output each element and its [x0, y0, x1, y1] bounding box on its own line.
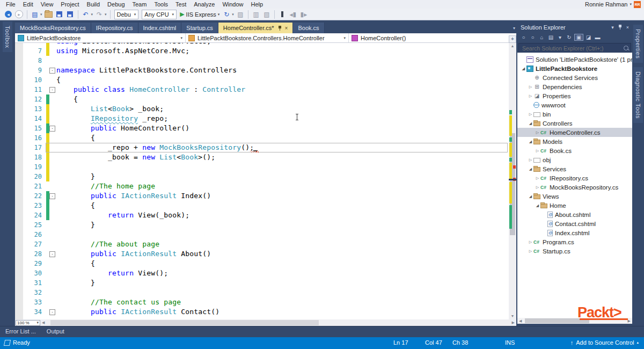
menu-help[interactable]: Help	[247, 0, 267, 9]
fold-collapse-icon[interactable]: -	[49, 193, 55, 199]
expanded-arrow-icon[interactable]: ◢	[528, 167, 533, 171]
bookmark-prev-icon[interactable]: ◂▮	[288, 10, 298, 19]
tree-item-controllers[interactable]: ◢Controllers	[517, 119, 632, 128]
chevron-down-icon[interactable]: ▾	[105, 12, 107, 17]
tab-index-cshtml[interactable]: Index.cshtml	[138, 23, 182, 33]
chevron-down-icon[interactable]: ▾	[40, 12, 42, 17]
close-icon[interactable]: ×	[285, 25, 288, 31]
tree-item-book-cs[interactable]: ▷C#Book.cs	[517, 146, 632, 155]
scroll-down-icon[interactable]: ▼	[509, 313, 516, 319]
fold-collapse-icon[interactable]: -	[49, 126, 55, 132]
breadcrumb-type-dropdown[interactable]: LittlePacktBookstore.Controllers.HomeCon…	[186, 33, 349, 42]
editor-horizontal-scrollbar[interactable]	[46, 319, 510, 326]
fold-collapse-icon[interactable]: -	[49, 251, 55, 257]
tree-item-mockbooksrepository-cs[interactable]: ▷C#MockBooksRepository.cs	[517, 183, 632, 192]
tree-item-views[interactable]: ◢Views	[517, 192, 632, 201]
tab-toolbox[interactable]: Toolbox	[3, 21, 12, 52]
bookmark-icon[interactable]	[277, 10, 287, 19]
menu-tools[interactable]: Tools	[150, 0, 172, 9]
navigate-forward-icon[interactable]: ○	[529, 34, 537, 40]
tree-item-models[interactable]: ◢Models	[517, 137, 632, 146]
collapsed-arrow-icon[interactable]: ▷	[528, 240, 533, 244]
sync-with-active-document-icon[interactable]: ▣	[574, 34, 583, 41]
split-editor-button[interactable]: +	[509, 35, 516, 43]
build-icon[interactable]: ▥	[251, 10, 261, 19]
tab-diagnostic-tools[interactable]: Diagnostic Tools	[633, 67, 643, 123]
collapse-all-icon[interactable]: ↻	[565, 34, 573, 40]
menu-build[interactable]: Build	[83, 0, 104, 9]
expanded-arrow-icon[interactable]: ◢	[528, 140, 533, 144]
expanded-arrow-icon[interactable]: ◢	[528, 194, 533, 199]
breadcrumb-project-dropdown[interactable]: LittlePacktBookstore ▾	[15, 33, 186, 42]
tab-properties[interactable]: Properties	[633, 25, 643, 63]
tree-item-properties[interactable]: ▷◪Properties	[517, 91, 632, 100]
tab-book-cs[interactable]: Book.cs	[293, 23, 324, 33]
collapsed-arrow-icon[interactable]: ▷	[528, 85, 533, 89]
menu-analyze[interactable]: Analyze	[190, 0, 218, 9]
scrollbar-thumb[interactable]	[50, 320, 319, 325]
tree-item-startup-cs[interactable]: ▷C#Startup.cs	[517, 246, 632, 256]
collapsed-arrow-icon[interactable]: ▷	[535, 185, 540, 190]
tree-item-program-cs[interactable]: ▷C#Program.cs	[517, 237, 632, 246]
undo-icon[interactable]: ↶	[81, 10, 91, 19]
menu-debug[interactable]: Debug	[104, 0, 128, 9]
redo-icon[interactable]: ↷	[94, 10, 104, 19]
menu-window[interactable]: Window	[218, 0, 247, 9]
caret[interactable]: ▾	[556, 34, 564, 40]
tree-item-contact-cshtml[interactable]: Contact.cshtml	[517, 219, 632, 228]
user-account[interactable]: Ronnie Rahman ▾ RR	[585, 0, 641, 9]
tab-homecontroller-cs-[interactable]: HomeController.cs*×	[218, 23, 294, 33]
properties-icon[interactable]: ◪	[584, 34, 592, 40]
home-icon[interactable]: ⌂	[538, 34, 546, 40]
collapsed-arrow-icon[interactable]: ▷	[528, 94, 533, 98]
tree-item-home[interactable]: ◢Home	[517, 201, 632, 210]
tree-item-services[interactable]: ◢Services	[517, 164, 632, 173]
menu-project[interactable]: Project	[57, 0, 83, 9]
new-project-icon[interactable]: ▤	[30, 10, 40, 19]
tab-startup-cs[interactable]: Startup.cs	[181, 23, 218, 33]
fold-collapse-icon[interactable]: -	[49, 87, 55, 93]
close-icon[interactable]: ×	[626, 25, 629, 30]
tree-item-obj[interactable]: ▷obj	[517, 155, 632, 164]
expanded-arrow-icon[interactable]: ◢	[535, 203, 540, 208]
navigate-backward-icon[interactable]: ◂	[5, 11, 12, 18]
chevron-down-icon[interactable]: ▾	[91, 12, 93, 17]
tab-overflow-icon[interactable]: ▾	[513, 26, 515, 31]
tree-item-index-cshtml[interactable]: Index.cshtml	[517, 228, 632, 237]
open-file-icon[interactable]	[44, 10, 54, 19]
tree-item-solution-littlepacktbookstore-1-pr[interactable]: Solution 'LittlePacktBookstore' (1 pr	[517, 55, 632, 64]
step-over-icon[interactable]: ▧	[262, 10, 272, 19]
scroll-right-icon[interactable]: ▶	[510, 321, 516, 325]
preview-selected-items-icon[interactable]: ▬	[594, 34, 602, 40]
pin-icon[interactable]	[618, 25, 622, 30]
collapsed-arrow-icon[interactable]: ▷	[535, 176, 540, 180]
expanded-arrow-icon[interactable]: ◢	[528, 121, 533, 126]
pin-icon[interactable]	[278, 26, 282, 31]
tree-item-dependencies[interactable]: ▷⊞Dependencies	[517, 82, 632, 91]
bookmark-next-icon[interactable]: ▮▸	[299, 10, 309, 19]
scroll-left-icon[interactable]: ◀	[40, 321, 46, 325]
tab-irepository-cs[interactable]: IRepository.cs	[91, 23, 138, 33]
zoom-select[interactable]: 100 % ▾	[16, 320, 40, 326]
save-all-icon[interactable]	[65, 10, 75, 19]
menu-edit[interactable]: Edit	[19, 0, 37, 9]
fold-collapse-icon[interactable]: -	[49, 68, 55, 74]
tree-item-homecontroller-cs[interactable]: ▷C#HomeController.cs	[517, 128, 632, 137]
menu-team[interactable]: Team	[129, 0, 151, 9]
refresh-icon[interactable]: ↻	[222, 10, 231, 19]
start-debugging-button[interactable]: ▶IIS Express▾	[180, 11, 219, 18]
tree-item-irepository-cs[interactable]: ▷C#IRepository.cs	[517, 173, 632, 183]
tab-mockbooksrepository-cs[interactable]: MockBooksRepository.cs	[15, 23, 91, 33]
navigate-forward-icon[interactable]: ▸	[15, 10, 23, 18]
solution-explorer-search[interactable]	[518, 43, 631, 53]
tree-item-about-cshtml[interactable]: About.cshtml	[517, 210, 632, 219]
tree-item-wwwroot[interactable]: wwwroot	[517, 100, 632, 110]
collapsed-arrow-icon[interactable]: ▷	[528, 158, 533, 162]
panel-tab-error-list-[interactable]: Error List ...	[0, 326, 41, 335]
panel-tab-output[interactable]: Output	[41, 326, 70, 335]
fold-collapse-icon[interactable]: -	[49, 309, 55, 315]
menu-view[interactable]: View	[37, 0, 57, 9]
save-icon[interactable]	[55, 10, 64, 19]
switch-views-icon[interactable]: ▤	[547, 34, 555, 40]
code-editor[interactable]: using LittlePacktBookstore.Services;7usi…	[15, 43, 516, 319]
